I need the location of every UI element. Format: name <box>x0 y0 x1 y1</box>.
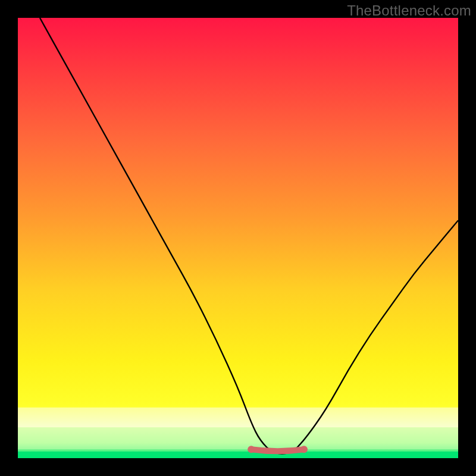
optimal-range-dot-left <box>248 446 255 453</box>
attribution-text: TheBottleneck.com <box>347 2 471 19</box>
bottleneck-curve <box>40 18 458 454</box>
plot-area <box>18 18 458 458</box>
curve-layer <box>18 18 458 458</box>
chart-frame: TheBottleneck.com <box>0 0 476 476</box>
optimal-range-marker <box>251 449 304 451</box>
optimal-range-dot-right <box>300 446 308 453</box>
